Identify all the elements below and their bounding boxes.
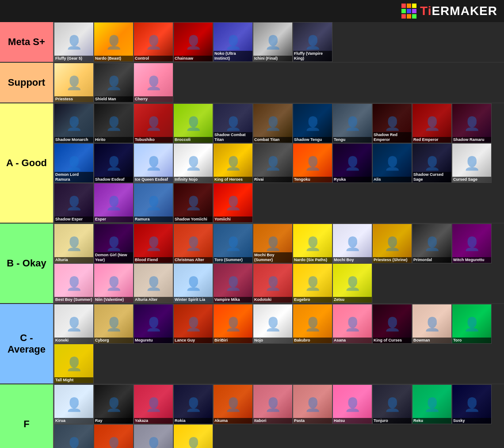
- char-card[interactable]: 👤Akuma: [213, 384, 253, 424]
- char-card[interactable]: 👤Tonjuro: [372, 384, 412, 424]
- char-card[interactable]: 👤Blood Fiend: [134, 224, 173, 263]
- char-card[interactable]: 👤Ryuka: [332, 143, 372, 183]
- char-card[interactable]: 👤Bakubro: [293, 304, 332, 344]
- logo-cell: [412, 4, 416, 8]
- char-card[interactable]: 👤Esper: [94, 183, 134, 223]
- char-card[interactable]: 👤Shadow Ramaru: [452, 103, 492, 143]
- char-card[interactable]: 👤Shadow Cursed Sage: [412, 143, 452, 183]
- char-card[interactable]: 👤Nardo (Six Paths): [293, 224, 332, 263]
- char-card[interactable]: 👤Ray: [94, 384, 134, 424]
- char-card[interactable]: 👤Meguretu: [134, 304, 173, 344]
- char-name-label: Ray: [94, 418, 133, 424]
- char-card[interactable]: 👤Hirito: [94, 103, 134, 143]
- char-card[interactable]: 👤Vampire Mika: [213, 263, 253, 303]
- char-card[interactable]: 👤Control: [134, 22, 173, 62]
- char-card[interactable]: 👤Ichini (Final): [253, 22, 293, 62]
- char-card[interactable]: 👤Rivai: [253, 143, 293, 183]
- char-card[interactable]: 👤BiriBiri: [213, 304, 253, 344]
- char-avatar: 👤Fluffy (Gear 5): [54, 23, 93, 61]
- char-card[interactable]: 👤Fluffy (Vampire King): [293, 22, 332, 62]
- char-card[interactable]: 👤Cyborg: [94, 304, 134, 344]
- char-avatar: 👤Broccoli: [174, 104, 213, 143]
- char-card[interactable]: 👤Toro: [452, 304, 492, 344]
- char-card[interactable]: 👤Ice Queen Esdeaf: [134, 143, 173, 183]
- char-card[interactable]: 👤Shadow Red Emperor: [372, 103, 412, 143]
- char-card[interactable]: 👤Rokia: [173, 384, 213, 424]
- char-card[interactable]: 👤King of Curses: [372, 304, 412, 344]
- char-name-label: Fluffy (Vampire King): [293, 51, 332, 61]
- char-card[interactable]: 👤Infinity Nojo: [173, 143, 213, 183]
- char-card[interactable]: 👤Cherry: [134, 63, 173, 103]
- char-card[interactable]: 👤Broccoli: [173, 103, 213, 143]
- char-card[interactable]: 👤Shield Man: [94, 63, 134, 103]
- char-card[interactable]: 👤Demon Lord Ramura: [54, 143, 94, 183]
- char-card[interactable]: 👤Alturia: [54, 224, 94, 263]
- char-card[interactable]: 👤Christmas Alter: [173, 224, 213, 263]
- char-name-label: Blood Fiend: [134, 257, 173, 263]
- char-card[interactable]: 👤Shadow Combat Titan: [213, 103, 253, 143]
- char-card[interactable]: 👤Nardo (Beast): [94, 22, 134, 62]
- char-card[interactable]: 👤Alis: [372, 143, 412, 183]
- char-card[interactable]: 👤Asana: [332, 304, 372, 344]
- char-card[interactable]: 👤Toro (Summer): [213, 224, 253, 263]
- char-card[interactable]: 👤Red Emperor: [412, 103, 452, 143]
- char-card[interactable]: 👤Reku: [412, 384, 452, 424]
- char-card[interactable]: 👤Itabori: [253, 384, 293, 424]
- char-card[interactable]: 👤Fluffy: [134, 424, 173, 448]
- char-card[interactable]: 👤Niin (Valentine): [94, 263, 134, 303]
- char-card[interactable]: 👤Pasta: [293, 384, 332, 424]
- char-card[interactable]: 👤Mochi Boy (Summer): [253, 224, 293, 263]
- char-card[interactable]: 👤Eugebro: [293, 263, 332, 303]
- char-card[interactable]: 👤King of Heroes: [213, 143, 253, 183]
- char-card[interactable]: 👤Nardo: [173, 424, 213, 448]
- char-card[interactable]: 👤Ramura: [134, 183, 173, 223]
- char-card[interactable]: 👤Demon Girl (New Year): [94, 224, 134, 263]
- char-card[interactable]: 👤Priestess (Shrine): [372, 224, 412, 263]
- char-card[interactable]: 👤Witch Megurettu: [452, 224, 492, 263]
- char-card[interactable]: 👤Noko (Ultra Instinct): [213, 22, 253, 62]
- char-card[interactable]: 👤Nojo: [253, 304, 293, 344]
- char-card[interactable]: 👤Mochi Boy: [332, 224, 372, 263]
- char-avatar: 👤Shadow Tengu: [293, 104, 332, 143]
- char-card[interactable]: 👤Roku: [54, 424, 94, 448]
- char-avatar: 👤Tall Might: [54, 344, 93, 383]
- char-avatar: 👤Cursed Sage: [452, 144, 491, 182]
- char-card[interactable]: 👤Kodotoki: [253, 263, 293, 303]
- char-card[interactable]: 👤Susky: [452, 384, 492, 424]
- char-card[interactable]: 👤Hatsu: [332, 384, 372, 424]
- char-card[interactable]: 👤Chainsaw: [173, 22, 213, 62]
- char-name-label: Cyborg: [94, 338, 133, 343]
- char-avatar: 👤Hatsu: [333, 385, 372, 424]
- char-card[interactable]: 👤Tobushiko: [134, 103, 173, 143]
- char-card[interactable]: 👤Kirua: [54, 384, 94, 424]
- char-card[interactable]: 👤Cursed Sage: [452, 143, 492, 183]
- char-card[interactable]: 👤Yakaza: [134, 384, 173, 424]
- char-card[interactable]: 👤Shadow Tengu: [293, 103, 332, 143]
- char-card[interactable]: 👤Winter Spirit Lia: [173, 263, 213, 303]
- char-name-label: Tall Might: [54, 377, 93, 383]
- char-card[interactable]: 👤Bowman: [412, 304, 452, 344]
- char-card[interactable]: 👤Zetsu: [332, 263, 372, 303]
- char-card[interactable]: 👤Yomiichi: [213, 183, 253, 223]
- char-card[interactable]: 👤Koneki: [54, 304, 94, 344]
- char-card[interactable]: 👤Fluffy (Gear 5): [54, 22, 94, 62]
- char-card[interactable]: 👤Primordal: [412, 224, 452, 263]
- char-card[interactable]: 👤Combat Titan: [253, 103, 293, 143]
- char-avatar: 👤Fluffy: [134, 425, 173, 448]
- char-card[interactable]: 👤Tengoku: [293, 143, 332, 183]
- char-avatar: 👤Chainsaw: [174, 23, 213, 61]
- char-card[interactable]: 👤Shadow Monarch: [54, 103, 94, 143]
- char-card[interactable]: 👤Lance Guy: [173, 304, 213, 344]
- tier-content-c-average: 👤Koneki👤Cyborg👤Meguretu👤Lance Guy👤BiriBi…: [53, 304, 504, 383]
- char-card[interactable]: 👤Tengu: [332, 103, 372, 143]
- char-name-label: Toro (Summer): [214, 257, 252, 263]
- char-card[interactable]: 👤Tall Might: [54, 344, 94, 383]
- logo-cell: [407, 4, 411, 8]
- char-card[interactable]: 👤Shadow Yomiichi: [173, 183, 213, 223]
- char-card[interactable]: 👤Ichini: [94, 424, 134, 448]
- char-card[interactable]: 👤Alturia Alter: [134, 263, 173, 303]
- char-card[interactable]: 👤Priestess: [54, 63, 94, 103]
- char-card[interactable]: 👤Shadow Esdeaf: [94, 143, 134, 183]
- char-card[interactable]: 👤Shadow Esper: [54, 183, 94, 223]
- char-card[interactable]: 👤Best Boy (Summer): [54, 263, 94, 303]
